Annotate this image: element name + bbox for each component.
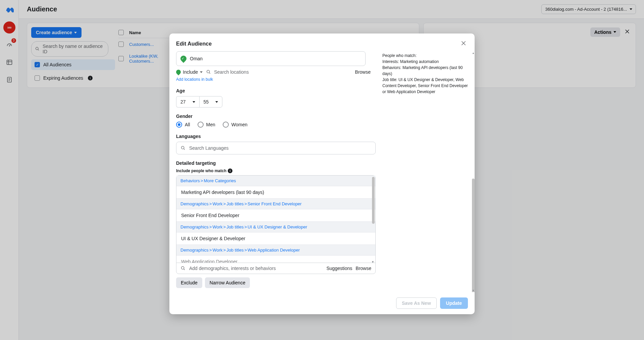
gender-men-radio[interactable]: Men [198, 122, 215, 128]
gender-women-label: Women [231, 122, 248, 127]
modal-title: Edit Audience [176, 41, 212, 47]
svg-point-6 [207, 70, 210, 73]
summary-line: Job title: UI & UX Designer & Developer,… [382, 77, 469, 95]
radio-icon [223, 122, 229, 128]
location-chip-text: Oman [190, 56, 203, 61]
radio-icon [176, 122, 182, 128]
narrow-audience-button[interactable]: Narrow Audience [205, 277, 250, 288]
gender-men-label: Men [206, 122, 215, 127]
location-chip-box: Oman [176, 51, 366, 66]
scroll-down-arrow-icon[interactable]: ▼ [371, 260, 375, 264]
targeting-breadcrumb[interactable]: Demographics>Work>Job titles>UI & UX Des… [176, 222, 375, 232]
include-label: Include [183, 69, 198, 75]
location-pin-icon [175, 69, 182, 75]
targeting-item[interactable]: UI & UX Designer & Developer [176, 232, 375, 245]
close-icon [461, 40, 467, 46]
summary-line: People who match: [382, 53, 469, 59]
info-icon: i [228, 168, 232, 173]
languages-placeholder: Search Languages [189, 145, 229, 151]
age-min-value: 27 [180, 99, 186, 105]
search-icon [180, 145, 186, 151]
add-locations-bulk-link[interactable]: Add locations in bulk [176, 77, 213, 82]
chevron-down-icon [193, 101, 195, 103]
scroll-down-arrow-icon[interactable]: ▼ [472, 289, 475, 292]
update-button[interactable]: Update [440, 297, 468, 309]
gender-women-radio[interactable]: Women [223, 122, 248, 128]
gender-all-radio[interactable]: All [176, 122, 190, 128]
targeting-item[interactable]: Web Application Developer [176, 256, 375, 263]
side-scrollbar[interactable]: ▲ ▼ [472, 51, 475, 292]
scroll-up-arrow-icon[interactable]: ▲ [472, 51, 475, 55]
detailed-targeting-label: Detailed targeting [176, 160, 376, 166]
age-min-dropdown[interactable]: 27 [176, 96, 199, 108]
modal-overlay: Edit Audience Oman Include [0, 0, 644, 340]
languages-search-input[interactable]: Search Languages [176, 142, 376, 154]
suggestions-link[interactable]: Suggestions [326, 266, 352, 271]
location-search-input[interactable]: Search locations [206, 69, 352, 75]
age-max-dropdown[interactable]: 55 [199, 96, 223, 108]
chevron-down-icon [200, 71, 203, 73]
gender-section-label: Gender [176, 114, 376, 119]
save-as-new-button[interactable]: Save As New [396, 297, 437, 309]
targeting-box: ▲ Behaviors>More Categories Marketing AP… [176, 175, 376, 274]
targeting-add-input[interactable]: Add demographics, interests or behaviors [189, 266, 323, 271]
summary-line: Interests: Marketing automation [382, 59, 469, 65]
age-max-value: 55 [204, 99, 209, 105]
audience-summary-panel: People who match: Interests: Marketing a… [380, 51, 475, 292]
targeting-breadcrumb[interactable]: Demographics>Work>Job titles>Web Applica… [176, 245, 375, 256]
targeting-item[interactable]: Marketing API developers (last 90 days) [176, 186, 375, 199]
svg-point-8 [181, 267, 184, 269]
targeting-breadcrumb[interactable]: Demographics>Work>Job titles>Senior Fron… [176, 199, 375, 209]
targeting-list[interactable]: Behaviors>More Categories Marketing API … [176, 176, 375, 263]
summary-line: Behaviors: Marketing API developers (las… [382, 65, 469, 77]
languages-section-label: Languages [176, 134, 376, 139]
browse-targeting-link[interactable]: Browse [356, 266, 371, 271]
search-icon [180, 266, 186, 271]
modal-close-button[interactable] [459, 39, 468, 49]
browse-locations-link[interactable]: Browse [355, 69, 371, 75]
svg-point-7 [181, 146, 184, 149]
targeting-item[interactable]: Senior Front End Developer [176, 209, 375, 222]
radio-icon [198, 122, 204, 128]
exclude-button[interactable]: Exclude [176, 277, 202, 288]
include-people-sublabel: Include people who match i [176, 168, 376, 173]
location-pin-icon [179, 54, 187, 63]
age-section-label: Age [176, 88, 376, 93]
gender-all-label: All [185, 122, 190, 127]
edit-audience-modal: Edit Audience Oman Include [169, 33, 475, 314]
search-icon [206, 69, 211, 75]
targeting-breadcrumb[interactable]: Behaviors>More Categories [176, 176, 375, 186]
location-search-placeholder: Search locations [214, 69, 249, 75]
chevron-down-icon [215, 101, 218, 103]
include-dropdown[interactable]: Include [176, 69, 203, 75]
